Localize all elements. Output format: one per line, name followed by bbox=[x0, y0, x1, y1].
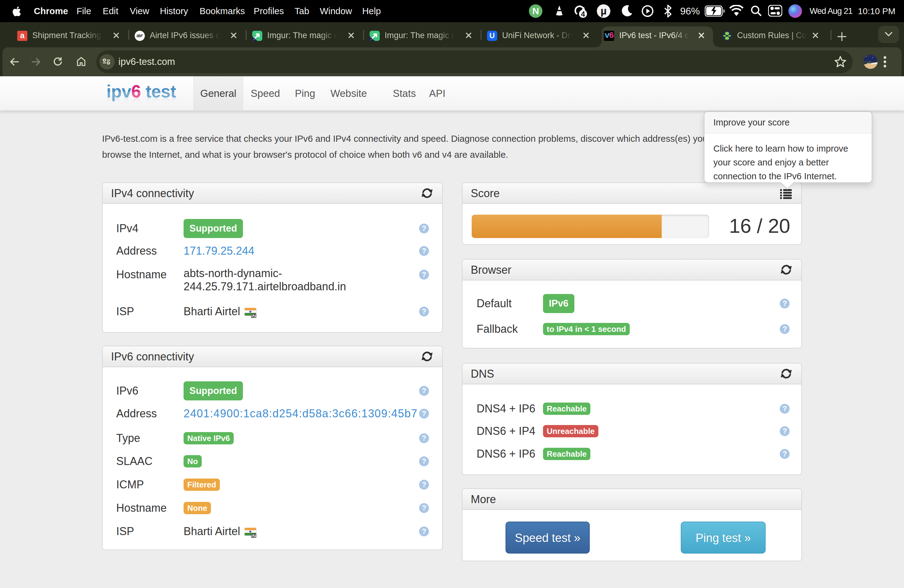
svg-text:IN: IN bbox=[251, 533, 256, 538]
svg-text:4: 4 bbox=[581, 10, 585, 18]
svg-text:IN: IN bbox=[251, 313, 256, 318]
